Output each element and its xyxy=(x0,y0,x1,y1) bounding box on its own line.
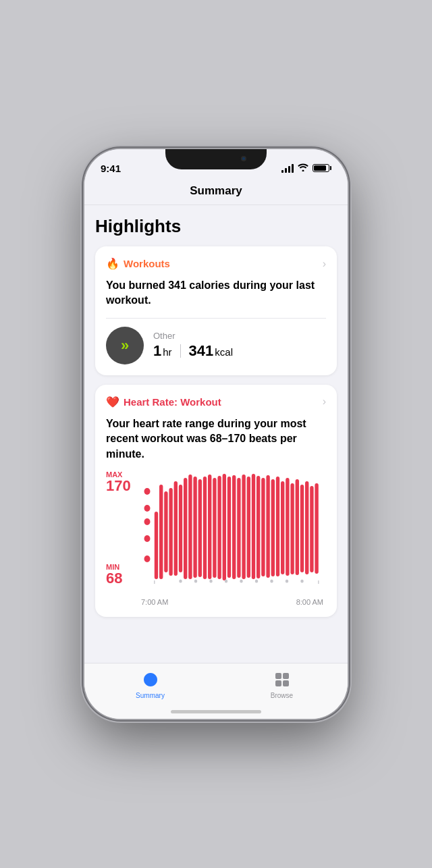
heart-rate-chart: MAX 170 MIN 68 xyxy=(106,471,326,606)
chart-max-label: MAX 170 xyxy=(106,471,131,493)
svg-rect-10 xyxy=(179,485,182,572)
svg-rect-6 xyxy=(159,485,163,579)
svg-rect-18 xyxy=(217,476,221,579)
heart-rate-description: Your heart rate range during your most r… xyxy=(106,416,326,462)
tab-browse[interactable]: Browse xyxy=(216,670,348,699)
workout-type-icon: » xyxy=(106,327,144,364)
workouts-chevron-icon: › xyxy=(323,258,326,270)
phone-frame: 9:41 Summ xyxy=(84,149,348,719)
svg-point-4 xyxy=(144,555,151,562)
svg-point-1 xyxy=(144,505,151,512)
svg-rect-32 xyxy=(286,478,289,576)
svg-rect-11 xyxy=(184,478,187,579)
svg-rect-38 xyxy=(315,483,318,574)
home-indicator xyxy=(171,710,261,713)
chart-area xyxy=(141,471,323,586)
svg-rect-31 xyxy=(281,481,284,574)
svg-rect-34 xyxy=(296,479,299,575)
heart-rate-card-title: Heart Rate: Workout xyxy=(124,396,221,408)
svg-point-40 xyxy=(194,579,198,582)
workouts-card-header-left: 🔥 Workouts xyxy=(106,257,170,270)
browse-tab-icon xyxy=(273,670,292,689)
svg-rect-36 xyxy=(305,481,308,574)
svg-rect-50 xyxy=(275,673,281,679)
svg-rect-8 xyxy=(169,488,172,576)
summary-tab-label: Summary xyxy=(136,692,165,699)
svg-rect-25 xyxy=(252,474,255,579)
svg-point-45 xyxy=(270,579,273,582)
chart-time-labels: 7:00 AM 8:00 AM xyxy=(141,598,323,606)
svg-rect-17 xyxy=(213,478,216,578)
main-content[interactable]: Highlights 🔥 Workouts › You burned 341 c… xyxy=(84,205,348,663)
svg-rect-23 xyxy=(242,474,245,579)
svg-point-44 xyxy=(255,579,259,582)
svg-rect-7 xyxy=(164,491,167,572)
svg-rect-35 xyxy=(300,485,304,572)
svg-rect-30 xyxy=(276,477,279,576)
workouts-divider xyxy=(106,318,326,319)
chart-time-start: 7:00 AM xyxy=(141,598,168,606)
svg-rect-26 xyxy=(256,476,260,578)
double-arrow-icon: » xyxy=(121,338,129,353)
svg-rect-52 xyxy=(275,680,281,686)
svg-rect-9 xyxy=(174,481,178,576)
duration-unit: hr xyxy=(163,346,171,358)
svg-rect-20 xyxy=(227,477,231,578)
svg-rect-19 xyxy=(223,474,226,580)
workouts-card[interactable]: 🔥 Workouts › You burned 341 calories dur… xyxy=(95,246,337,375)
workouts-description: You burned 341 calories during your last… xyxy=(106,278,326,308)
svg-rect-14 xyxy=(198,479,202,577)
heart-rate-card[interactable]: ❤️ Heart Rate: Workout › Your heart rate… xyxy=(95,385,337,617)
heart-rate-chevron-icon: › xyxy=(323,396,326,408)
workout-values: 1 hr 341 kcal xyxy=(153,342,233,360)
svg-point-0 xyxy=(144,488,151,495)
workouts-card-header: 🔥 Workouts › xyxy=(106,257,326,270)
svg-rect-33 xyxy=(290,483,294,574)
workout-details: Other 1 hr 341 kcal xyxy=(153,331,233,360)
svg-rect-37 xyxy=(310,486,313,572)
svg-point-2 xyxy=(144,518,151,525)
front-camera xyxy=(240,155,248,163)
chart-time-end: 8:00 AM xyxy=(296,598,323,606)
svg-point-46 xyxy=(286,579,289,582)
svg-point-47 xyxy=(300,579,304,582)
calories-number: 341 xyxy=(189,342,214,360)
svg-rect-15 xyxy=(203,477,207,579)
svg-rect-21 xyxy=(232,475,236,579)
notch xyxy=(165,149,267,169)
svg-rect-53 xyxy=(283,680,289,686)
calories-unit: kcal xyxy=(215,346,233,358)
workout-duration: 1 hr xyxy=(153,342,172,360)
browse-tab-label: Browse xyxy=(271,692,293,699)
svg-rect-27 xyxy=(261,478,265,576)
signal-icon xyxy=(281,164,294,173)
workout-type-label: Other xyxy=(153,331,233,341)
duration-number: 1 xyxy=(153,342,161,360)
svg-rect-22 xyxy=(237,478,240,578)
svg-rect-29 xyxy=(271,479,275,576)
workout-calories: 341 kcal xyxy=(189,342,233,360)
status-icons xyxy=(281,163,331,173)
wifi-icon xyxy=(298,163,308,173)
workouts-card-title: Workouts xyxy=(124,258,170,269)
svg-point-3 xyxy=(144,535,151,542)
chart-min-label: MIN 68 xyxy=(106,564,122,586)
nav-title: Summary xyxy=(84,179,348,205)
svg-rect-16 xyxy=(208,474,211,579)
heart-icon: ❤️ xyxy=(106,396,119,408)
battery-icon xyxy=(313,164,331,172)
heart-rate-card-header: ❤️ Heart Rate: Workout › xyxy=(106,396,326,408)
svg-rect-51 xyxy=(283,673,289,679)
heart-rate-header-left: ❤️ Heart Rate: Workout xyxy=(106,396,221,408)
highlights-title: Highlights xyxy=(95,216,337,237)
summary-tab-icon xyxy=(141,670,160,689)
svg-rect-13 xyxy=(193,477,196,578)
svg-point-43 xyxy=(240,579,243,582)
svg-rect-24 xyxy=(247,477,250,578)
tab-summary[interactable]: Summary xyxy=(84,670,216,699)
flame-icon: 🔥 xyxy=(106,257,119,270)
svg-rect-28 xyxy=(266,475,269,578)
svg-rect-12 xyxy=(188,474,192,579)
stat-divider xyxy=(180,344,181,358)
svg-point-42 xyxy=(225,579,228,582)
